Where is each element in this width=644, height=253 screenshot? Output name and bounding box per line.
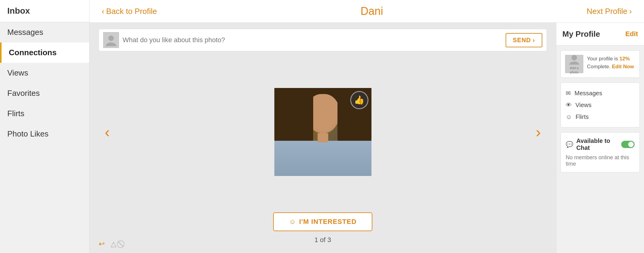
right-nav-messages-label: Messages: [575, 90, 602, 97]
my-profile-title: My Profile: [562, 29, 600, 39]
profile-complete-box: Add a photo Your profile is 12% Complete…: [561, 50, 640, 78]
comment-box: SEND ›: [99, 29, 547, 51]
svg-point-4: [569, 62, 580, 65]
sidebar-item-views[interactable]: Views: [0, 63, 89, 83]
sidebar-item-connections[interactable]: Connections: [0, 42, 89, 63]
right-nav-messages[interactable]: ✉ Messages: [566, 87, 635, 99]
back-to-profile-label: Back to Profile: [106, 7, 157, 16]
right-nav-flirts[interactable]: ☺ Flirts: [566, 111, 635, 123]
user-silhouette-icon: [569, 54, 580, 66]
interested-button[interactable]: ☺ I'M INTERESTED: [273, 212, 372, 231]
send-button[interactable]: SEND ›: [506, 33, 542, 47]
prev-photo-arrow[interactable]: ‹: [99, 117, 116, 147]
svg-point-3: [571, 55, 577, 60]
favorites-label: Favorites: [7, 89, 40, 98]
chat-toggle-knob: [628, 142, 634, 147]
right-nav-views-label: Views: [575, 102, 591, 109]
chat-status-text: No members online at this time: [566, 154, 635, 167]
right-nav-flirts-label: Flirts: [575, 113, 588, 120]
profile-complete-text: Your profile is 12% Complete. Edit Now: [587, 55, 634, 70]
chat-title: Available to Chat: [576, 137, 618, 151]
interested-smiley-icon: ☺: [289, 218, 296, 226]
photo-likes-label: Photo Likes: [7, 129, 49, 139]
sidebar-item-favorites[interactable]: Favorites: [0, 83, 89, 103]
commenter-avatar: [103, 32, 119, 48]
share-icon[interactable]: ↩: [99, 240, 105, 248]
left-sidebar: Inbox Messages Connections Views Favorit…: [0, 0, 90, 253]
send-label: SEND: [513, 37, 531, 44]
back-chevron-icon: ‹: [102, 7, 104, 16]
profile-name-title: Dani: [361, 5, 383, 18]
edit-profile-link[interactable]: Edit: [625, 30, 638, 38]
content-area: SEND › ‹: [90, 23, 644, 253]
right-topbar: My Profile Edit: [556, 23, 644, 46]
add-photo-box[interactable]: Add a photo: [565, 55, 583, 73]
warning-icon[interactable]: △: [111, 240, 116, 248]
send-arrow-icon: ›: [533, 37, 535, 44]
right-nav-views[interactable]: 👁 Views: [566, 99, 635, 111]
photo-container: ‹: [99, 57, 547, 206]
messages-label: Messages: [7, 28, 43, 37]
sidebar-item-messages[interactable]: Messages: [0, 22, 89, 42]
photo-actions: ☺ I'M INTERESTED 1 of 3: [99, 206, 547, 247]
interested-label: I'M INTERESTED: [299, 218, 357, 226]
main-content: ‹ Back to Profile Dani Next Profile ›: [90, 0, 644, 253]
next-profile-label: Next Profile: [587, 7, 627, 16]
profile-percent: 12%: [619, 56, 630, 62]
sidebar-item-flirts[interactable]: Flirts: [0, 103, 89, 124]
chat-toggle[interactable]: [621, 141, 635, 148]
chat-bubble-icon: 💬: [566, 141, 573, 148]
connections-label: Connections: [9, 48, 56, 57]
photo-counter: 1 of 3: [314, 236, 331, 244]
add-photo-label: Add a photo: [565, 66, 583, 74]
photo-wrapper: 👍: [274, 88, 371, 176]
next-profile-button[interactable]: Next Profile ›: [587, 7, 632, 16]
chat-header: 💬 Available to Chat: [566, 137, 635, 151]
right-nav-items: ✉ Messages 👁 Views ☺ Flirts: [561, 83, 640, 127]
next-chevron-icon: ›: [629, 7, 632, 16]
thumbs-up-button[interactable]: 👍: [350, 91, 368, 109]
profile-complete-suffix: Complete.: [587, 64, 610, 69]
flirts-label: Flirts: [7, 109, 24, 118]
messages-envelope-icon: ✉: [566, 89, 571, 97]
photo-footer-icons: ↩ △ ⃠: [99, 240, 122, 248]
edit-now-link[interactable]: Edit Now: [612, 64, 634, 69]
svg-point-1: [108, 35, 114, 41]
views-eye-icon: 👁: [566, 102, 572, 109]
next-photo-arrow[interactable]: ›: [530, 117, 547, 147]
sidebar-item-inbox[interactable]: Inbox: [0, 0, 89, 22]
flirts-smiley-icon: ☺: [566, 113, 572, 120]
profile-complete-prefix: Your profile is: [587, 56, 619, 62]
views-label: Views: [7, 68, 28, 78]
thumbs-up-icon: 👍: [354, 95, 364, 105]
chat-box: 💬 Available to Chat No members online at…: [561, 132, 640, 172]
inbox-label: Inbox: [7, 6, 30, 16]
comment-input[interactable]: [123, 36, 502, 44]
back-to-profile-button[interactable]: ‹ Back to Profile: [102, 7, 157, 16]
sidebar-item-photo-likes[interactable]: Photo Likes: [0, 124, 89, 144]
right-sidebar: My Profile Edit Add a photo Your profile…: [556, 23, 644, 253]
topbar: ‹ Back to Profile Dani Next Profile ›: [90, 0, 644, 23]
photo-viewer: SEND › ‹: [90, 23, 556, 253]
